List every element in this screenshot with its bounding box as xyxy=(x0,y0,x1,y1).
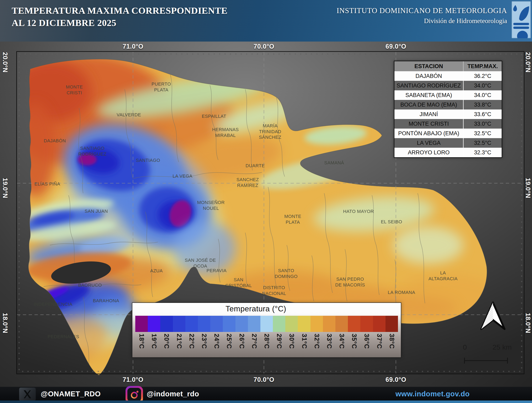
latitude-label: 18.0°N xyxy=(1,313,9,333)
legend-stop: 24°C xyxy=(210,316,223,349)
station-row: DAJABÓN 36.2°C xyxy=(394,71,502,81)
longitude-label: 70.0°O xyxy=(253,43,274,50)
legend-stop: 30°C xyxy=(285,316,298,349)
legend-stop: 35°C xyxy=(348,316,360,349)
province-label: SAN JOSÉ DE OCOA xyxy=(185,257,216,269)
legend-color-swatch xyxy=(235,316,248,332)
longitude-label: 71.0°O xyxy=(123,43,143,50)
legend-stop: 26°C xyxy=(235,316,248,349)
province-label: EL SEIBO xyxy=(381,219,402,225)
header: TEMPERATURA MAXIMA CORRESPONDIENTE AL 12… xyxy=(0,0,532,42)
province-label: LA ALTAGRACIA xyxy=(429,270,458,282)
legend-color-swatch xyxy=(336,316,348,332)
station-name: ARROYO LORO xyxy=(394,149,463,156)
province-label: ELÍAS PIÑA xyxy=(34,181,60,187)
legend-tick-label: 36°C xyxy=(363,334,370,349)
station-temp: 33.0°C xyxy=(463,119,502,129)
station-row: PONTÓN ABAJO (EMA) 32.5°C xyxy=(394,129,502,138)
indomet-logo-art xyxy=(512,1,531,38)
legend-color-swatch xyxy=(386,316,398,332)
station-table-header: ESTACION TEMP.MAX. xyxy=(394,61,502,71)
indomet-logo xyxy=(512,1,531,38)
legend-color-swatch xyxy=(210,316,223,332)
longitude-label: 70.0°O xyxy=(253,376,274,384)
legend-tick-label: 20°C xyxy=(163,334,170,349)
legend-color-swatch xyxy=(185,316,198,332)
station-temp: 33.8°C xyxy=(463,100,502,109)
legend-color-swatch xyxy=(273,316,285,332)
legend-color-swatch xyxy=(173,316,185,332)
station-name: BOCA DE MAO (EMA) xyxy=(394,101,463,108)
weather-poster: 71.0°O70.0°O69.0°O 71.0°O70.0°O69.0°O 20… xyxy=(0,0,532,403)
station-table-body: DAJABÓN 36.2°C SANTIAGO RODRÍGUEZ 34.0°C… xyxy=(394,71,502,157)
legend-stop: 20°C xyxy=(160,316,173,349)
station-row: ARROYO LORO 32.3°C xyxy=(394,148,502,157)
legend-stop: 19°C xyxy=(148,316,160,349)
province-label: DUARTE xyxy=(246,163,265,169)
station-name: MONTE CRISTI xyxy=(394,121,463,127)
legend-color-swatch xyxy=(198,316,210,332)
province-label: HATO MAYOR xyxy=(343,208,374,214)
legend-stop: 28°C xyxy=(260,316,273,349)
station-row: BOCA DE MAO (EMA) 33.8°C xyxy=(394,100,502,109)
legend-color-swatch xyxy=(323,316,336,332)
province-label: MONSEÑOR NOUEL xyxy=(197,200,225,211)
legend-color-swatch xyxy=(373,316,386,332)
station-row: JIMANÍ 33.6°C xyxy=(394,109,502,119)
institute-block: INSTITUTO DOMINICANO DE METEOROLOGIA Div… xyxy=(337,6,507,25)
legend-stop: 23°C xyxy=(198,316,210,349)
legend-stop: 25°C xyxy=(223,316,235,349)
station-column-header: ESTACION xyxy=(394,63,463,69)
legend-stop: 36°C xyxy=(360,316,373,349)
longitude-label: 71.0°O xyxy=(123,376,143,384)
province-label: DAJABÓN xyxy=(44,138,66,144)
bottom-accent-bar xyxy=(0,401,532,403)
province-label: HERMANAS MIRABAL xyxy=(212,127,239,138)
legend-stop: 33°C xyxy=(323,316,336,349)
station-name: DAJABÓN xyxy=(394,73,463,79)
website-url: www.indomet.gov.do xyxy=(395,390,470,398)
latitude-label: 20.0°N xyxy=(1,52,9,73)
station-temp: 32.5°C xyxy=(463,129,502,138)
legend-tick-label: 34°C xyxy=(338,334,345,349)
legend-tick-label: 30°C xyxy=(288,334,295,349)
station-name: PONTÓN ABAJO (EMA) xyxy=(394,130,463,137)
legend-stop: 29°C xyxy=(273,316,285,349)
legend-tick-label: 24°C xyxy=(213,334,220,349)
province-label: PEDERNALES xyxy=(48,334,79,340)
legend-tick-label: 26°C xyxy=(238,334,245,349)
scale-distance-label: 25 km xyxy=(493,343,512,351)
province-label: SANTO DOMINGO xyxy=(275,268,298,279)
division-name: División de Hidrometeorologia xyxy=(337,17,507,25)
province-label: SAN CRISTÓBAL xyxy=(225,277,252,288)
scale-zero-label: 0 xyxy=(463,343,467,351)
legend-color-swatch xyxy=(298,316,310,332)
tempmax-column-header: TEMP.MAX. xyxy=(463,61,502,71)
province-label: LA VEGA xyxy=(172,173,192,179)
legend-stops: 18°C 19°C 20°C 21°C xyxy=(135,316,398,349)
station-name: SABANETA (EMA) xyxy=(394,92,463,98)
title-line-1: TEMPERATURA MAXIMA CORRESPONDIENTE xyxy=(12,5,228,17)
legend-stop: 22°C xyxy=(185,316,198,349)
legend-stop: 27°C xyxy=(248,316,260,349)
province-label: BAORUCO xyxy=(78,282,102,288)
station-name: LA VEGA xyxy=(394,140,463,146)
legend-tick-label: 25°C xyxy=(225,334,233,349)
temperature-legend: Temperatura (°C) 18°C 19°C 20 xyxy=(132,302,401,358)
province-label: PUERTO PLATA xyxy=(152,81,171,93)
province-label: MARÍA TRINIDAD SÁNCHEZ xyxy=(259,123,281,140)
province-label: PERAVIA xyxy=(207,268,227,274)
legend-color-swatch xyxy=(360,316,373,332)
legend-color-swatch xyxy=(148,316,160,332)
legend-tick-label: 28°C xyxy=(263,334,270,349)
province-label: SAN JUAN xyxy=(85,208,108,214)
legend-tick-label: 18°C xyxy=(138,334,145,349)
legend-tick-label: 23°C xyxy=(200,334,208,349)
province-label: LA ROMANA xyxy=(388,290,415,295)
legend-stop: 31°C xyxy=(298,316,310,349)
latitude-label: 19.0°N xyxy=(524,178,532,198)
province-label: SANCHEZ RAMÍREZ xyxy=(236,177,259,188)
station-table: ESTACION TEMP.MAX. DAJABÓN 36.2°C SANTIA… xyxy=(394,61,502,158)
province-label: SANTIAGO xyxy=(136,157,160,163)
x-icon xyxy=(19,388,36,401)
